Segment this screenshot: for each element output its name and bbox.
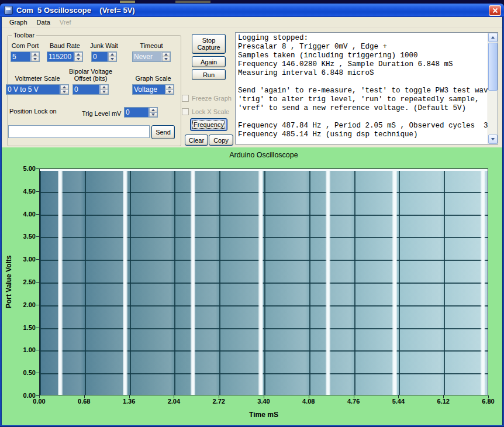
y-tick-label: 4.00	[13, 211, 36, 218]
trace-gap-band	[258, 169, 263, 395]
y-tick-label: 0.00	[13, 392, 36, 399]
trace-gap-band	[326, 169, 330, 395]
clear-button[interactable]: Clear	[185, 135, 208, 146]
menu-data[interactable]: Data	[33, 18, 54, 27]
timeout-label: Timeout	[132, 42, 171, 49]
scroll-up-icon[interactable]	[488, 33, 498, 42]
voltmeter-scale-value: 0 V to 5 V	[6, 85, 60, 94]
bipolar-offset-label: Bipolar Voltage Offset (bits)	[64, 68, 117, 82]
x-tick-label: 2.72	[207, 398, 230, 405]
com-port-value: 5	[11, 52, 30, 61]
spin-up-icon[interactable]	[149, 108, 157, 112]
junk-wait-spin-buttons[interactable]	[108, 52, 116, 61]
trig-level-label: Trig Level mV	[82, 110, 121, 117]
graph-scale-spinner[interactable]: Voltage	[132, 84, 174, 95]
y-tick-mark	[36, 236, 39, 237]
spin-down-icon[interactable]	[162, 57, 170, 62]
trig-level-value: 0	[125, 108, 149, 117]
chart-title: Arduino Oscilloscope	[39, 151, 488, 159]
trace-gap-band	[58, 169, 63, 395]
close-button[interactable]	[489, 5, 501, 16]
scroll-down-icon[interactable]	[488, 135, 498, 144]
spin-down-icon[interactable]	[149, 112, 157, 118]
trace-high-level-line	[40, 169, 488, 171]
x-axis-title: Time mS	[39, 411, 488, 419]
again-button[interactable]: Again	[192, 56, 226, 67]
y-tick-mark	[36, 373, 39, 373]
spin-down-icon[interactable]	[31, 57, 39, 62]
voltmeter-scale-spinner[interactable]: 0 V to 5 V	[6, 84, 69, 95]
spin-down-icon[interactable]	[100, 89, 108, 95]
log-text[interactable]: Logging stopped: Prescalar 8 , Trigger 0…	[236, 33, 488, 144]
baud-rate-spinner[interactable]: 115200	[47, 51, 83, 62]
menu-graph[interactable]: Graph	[5, 18, 32, 27]
scroll-thumb[interactable]	[488, 43, 498, 91]
baud-rate-spin-buttons[interactable]	[74, 52, 82, 61]
x-tick-label: 3.40	[252, 398, 275, 405]
bipolar-offset-spinner[interactable]: 0	[73, 84, 109, 95]
menu-bar: Graph Data Vref	[2, 17, 502, 28]
spin-down-icon[interactable]	[74, 57, 82, 62]
spin-down-icon[interactable]	[108, 57, 116, 62]
plot-area[interactable]	[39, 168, 488, 395]
background-artifact	[175, 1, 210, 3]
spin-down-icon[interactable]	[60, 89, 68, 95]
com-port-spinner[interactable]: 5	[11, 51, 40, 62]
lock-x-scale-label: Lock X Scale	[192, 108, 229, 115]
x-tick-label: 4.76	[342, 398, 365, 405]
x-tick-label: 2.04	[162, 398, 185, 405]
lock-x-scale-checkbox: Lock X Scale	[182, 108, 229, 115]
frequency-button[interactable]: Frequency	[190, 118, 227, 131]
trig-level-spin-buttons[interactable]	[149, 108, 157, 117]
log-output[interactable]: Logging stopped: Prescalar 8 , Trigger 0…	[235, 32, 498, 144]
bipolar-offset-spin-buttons[interactable]	[99, 85, 108, 94]
checkbox-icon	[182, 108, 189, 115]
timeout-spinner[interactable]: Never	[132, 51, 171, 62]
y-tick-label: 2.50	[13, 278, 36, 285]
command-input[interactable]	[8, 125, 150, 138]
spin-up-icon[interactable]	[165, 85, 174, 89]
voltmeter-scale-label: Voltmeter Scale	[6, 75, 69, 82]
y-tick-mark	[36, 305, 39, 305]
com-port-spin-buttons[interactable]	[30, 52, 39, 61]
window-title: Com 5 Oscilloscope (Vref= 5V)	[16, 6, 135, 15]
y-axis-title: Port Value Volts	[4, 168, 13, 395]
graph-scale-spin-buttons[interactable]	[165, 85, 174, 94]
position-lock-label: Position Lock on	[9, 108, 57, 115]
copy-button[interactable]: Copy	[209, 135, 233, 146]
trig-level-spinner[interactable]: 0	[124, 107, 158, 118]
run-button[interactable]: Run	[192, 69, 226, 80]
spin-up-icon[interactable]	[31, 52, 39, 57]
bipolar-offset-value: 0	[73, 85, 99, 94]
log-scrollbar[interactable]	[488, 33, 498, 144]
voltmeter-scale-spin-buttons[interactable]	[60, 85, 68, 94]
x-tick-label: 6.12	[431, 398, 455, 405]
y-tick-mark	[36, 282, 39, 283]
freeze-graph-checkbox: Freeze Graph	[182, 95, 232, 102]
trace-gap-band	[123, 169, 127, 395]
junk-wait-spinner[interactable]: 0	[91, 51, 117, 62]
y-tick-mark	[36, 214, 39, 215]
spin-up-icon[interactable]	[74, 52, 82, 57]
y-tick-label: 4.50	[13, 188, 36, 195]
x-tick-label: 0.68	[73, 398, 96, 405]
background-artifact	[120, 1, 135, 3]
toolbar-groupbox-label: Toolbar	[12, 32, 36, 39]
y-tick-mark	[36, 191, 39, 192]
y-tick-mark	[36, 168, 39, 169]
baud-rate-value: 115200	[47, 52, 74, 61]
trace-gap-band	[191, 169, 195, 395]
spin-up-icon[interactable]	[162, 52, 170, 57]
spin-up-icon[interactable]	[60, 85, 68, 89]
spin-down-icon[interactable]	[165, 89, 174, 95]
timeout-value: Never	[133, 52, 161, 61]
stop-capture-button[interactable]: Stop Capture	[192, 34, 226, 54]
send-button[interactable]: Send	[151, 125, 175, 139]
spin-up-icon[interactable]	[100, 85, 108, 89]
app-icon[interactable]	[4, 6, 13, 15]
x-tick-label: 1.36	[118, 398, 141, 405]
timeout-spin-buttons[interactable]	[161, 52, 170, 61]
y-tick-mark	[36, 328, 39, 328]
spin-up-icon[interactable]	[108, 52, 116, 57]
title-bar[interactable]: Com 5 Oscilloscope (Vref= 5V)	[0, 4, 504, 17]
